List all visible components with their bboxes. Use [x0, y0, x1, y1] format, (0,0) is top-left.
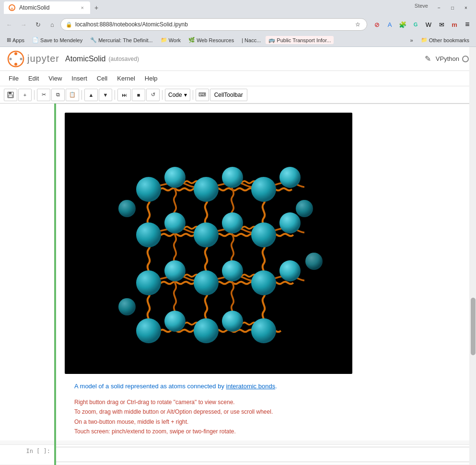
title-bar: o AtomicSolid × + Steve − □ × — [0, 0, 476, 15]
svg-point-25 — [164, 212, 186, 233]
maximize-button[interactable]: □ — [446, 3, 459, 12]
notebook-title[interactable]: AtomicSolid — [65, 55, 105, 63]
toolbar-stop-button[interactable]: ■ — [132, 89, 145, 101]
caption-plain: A model of a solid represented as atoms … — [74, 383, 226, 390]
browser-menu-button[interactable]: ≡ — [462, 19, 473, 30]
caption-link[interactable]: interatomic bonds — [226, 383, 276, 390]
bookmark-mercurial-label: Mercurial: The Definit... — [98, 37, 153, 43]
toolbar-restart-button[interactable]: ↺ — [146, 89, 160, 101]
visualization-caption: A model of a solid represented as atoms … — [65, 379, 466, 394]
bookmark-transport-label: Public Transport Infor... — [277, 37, 331, 43]
wikipedia-icon[interactable]: W — [423, 19, 434, 30]
bookmark-mendeley[interactable]: 📄 Save to Mendeley — [29, 36, 85, 44]
toolbar-save-button[interactable] — [4, 89, 17, 101]
svg-rect-9 — [9, 95, 12, 97]
svg-point-15 — [251, 222, 276, 247]
kernel-status: VPython — [436, 55, 469, 62]
svg-point-28 — [164, 260, 186, 281]
extension-icon-1[interactable]: 🧩 — [397, 19, 408, 30]
grammarly-icon[interactable]: G — [410, 19, 421, 30]
bookmarks-more-button[interactable]: » — [407, 36, 416, 44]
svg-point-4 — [14, 63, 17, 66]
browser-tab[interactable]: o AtomicSolid × — [4, 1, 90, 14]
back-button[interactable]: ← — [3, 18, 15, 31]
bookmark-apps[interactable]: ⊞ Apps — [4, 36, 27, 44]
svg-point-24 — [279, 167, 301, 188]
hint-line-1: Right button drag or Ctrl-drag to rotate… — [74, 397, 457, 407]
bookmark-transport[interactable]: 🚌 Public Transport Infor... — [266, 36, 334, 44]
menu-view[interactable]: View — [44, 73, 67, 84]
apps-icon: ⊞ — [7, 37, 11, 43]
new-tab-button[interactable]: + — [90, 2, 103, 13]
toolbar-move-up-button[interactable]: ▲ — [84, 89, 98, 101]
edit-icon[interactable]: ✎ — [425, 54, 431, 63]
bookmark-mendeley-label: Save to Mendeley — [40, 37, 82, 43]
svg-point-11 — [194, 177, 219, 202]
close-button[interactable]: × — [460, 3, 472, 12]
minimize-button[interactable]: − — [433, 3, 445, 12]
svg-point-35 — [118, 298, 136, 315]
toolbar-cut-button[interactable]: ✂ — [37, 89, 50, 101]
email-icon[interactable]: ✉ — [436, 19, 447, 30]
jupyter-toolbar: + ✂ ⧉ 📋 ▲ ▼ ⏭ ■ ↺ Code ▾ ⌨ CellToolbar — [0, 86, 476, 104]
jupyter-header: jupyter AtomicSolid (autosaved) ✎ VPytho… — [0, 47, 476, 71]
celltoolbar-button[interactable]: CellToolbar — [210, 89, 247, 101]
toolbar-move-down-button[interactable]: ▼ — [99, 89, 112, 101]
interaction-hints: Right button drag or Ctrl-drag to rotate… — [65, 394, 466, 441]
svg-rect-8 — [9, 92, 12, 94]
bookmark-work[interactable]: 📁 Work — [158, 36, 184, 44]
window-controls: Steve − □ × — [411, 3, 472, 12]
bookmark-other[interactable]: 📁 Other bookmarks — [418, 36, 472, 44]
bookmark-web-resources[interactable]: 🌿 Web Resources — [186, 36, 237, 44]
bookmark-web-resources-label: Web Resources — [197, 37, 234, 43]
toolbar-copy-button[interactable]: ⧉ — [51, 89, 65, 101]
url-text: localhost:8888/notebooks/AtomicSolid.ipy… — [75, 21, 350, 28]
translate-icon[interactable]: A — [384, 19, 395, 30]
toolbar-separator-4 — [162, 90, 163, 100]
refresh-button[interactable]: ↻ — [32, 18, 44, 31]
opera-icon[interactable]: ⊘ — [371, 19, 383, 30]
menu-kernel[interactable]: Kernel — [112, 73, 140, 84]
toolbar-paste-button[interactable]: 📋 — [66, 89, 79, 101]
star-icon[interactable]: ☆ — [353, 20, 362, 29]
menu-file[interactable]: File — [4, 73, 23, 84]
toolbar-keyboard-button[interactable]: ⌨ — [196, 89, 209, 101]
folder-icon: 📁 — [161, 37, 167, 43]
home-button[interactable]: ⌂ — [46, 18, 58, 31]
menu-cell[interactable]: Cell — [92, 73, 112, 84]
empty-input-cell-1: In [ ]: — [0, 444, 476, 464]
toolbar-add-cell-button[interactable]: + — [18, 89, 32, 101]
svg-point-23 — [222, 167, 243, 188]
tab-close-button[interactable]: × — [80, 4, 85, 11]
autosaved-label: (autosaved) — [109, 56, 139, 62]
folder-other-icon: 📁 — [421, 37, 428, 43]
svg-point-17 — [194, 270, 219, 295]
address-bar[interactable]: 🔒 localhost:8888/notebooks/AtomicSolid.i… — [60, 18, 367, 31]
tab-title: AtomicSolid — [19, 4, 76, 11]
input-area-1[interactable] — [55, 447, 474, 462]
bookmark-nacc-label: | Nacc... — [242, 37, 261, 43]
menu-insert[interactable]: Insert — [67, 73, 92, 84]
svg-point-18 — [251, 270, 276, 295]
menu-edit[interactable]: Edit — [23, 73, 44, 84]
address-icons: ☆ — [353, 20, 362, 29]
toolbar-separator-1 — [34, 90, 35, 100]
cell-gutter — [0, 104, 55, 441]
toolbar-fast-forward-button[interactable]: ⏭ — [117, 89, 131, 101]
forward-button[interactable]: → — [17, 18, 30, 31]
input-label-1: In [ ]: — [26, 448, 50, 454]
cell-type-dropdown[interactable]: Code ▾ — [165, 89, 190, 101]
bookmark-nacc[interactable]: | Nacc... — [239, 36, 264, 44]
menu-help[interactable]: Help — [140, 73, 163, 84]
bookmark-mercurial[interactable]: 🔧 Mercurial: The Definit... — [87, 36, 156, 44]
scrollbar-thumb[interactable] — [471, 298, 476, 355]
toolbar-separator-2 — [81, 90, 82, 100]
mail-icon[interactable]: m — [449, 19, 460, 30]
visualization-canvas[interactable] — [65, 113, 352, 374]
svg-point-30 — [279, 260, 301, 281]
save-icon — [7, 92, 14, 98]
dropdown-arrow-icon: ▾ — [184, 92, 187, 98]
svg-point-27 — [279, 212, 301, 233]
kernel-status-circle — [462, 56, 469, 62]
svg-point-33 — [118, 200, 136, 217]
